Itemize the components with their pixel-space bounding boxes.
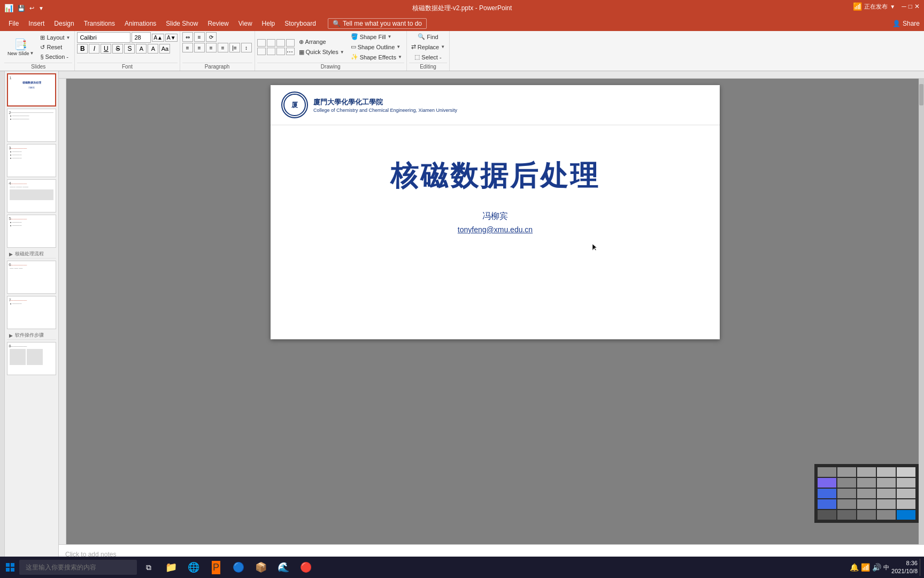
share-button[interactable]: 👤 Share [892, 20, 920, 27]
section-button[interactable]: § Section - [38, 52, 72, 61]
font-color-button[interactable]: A [148, 44, 158, 54]
swatch-3[interactable] [857, 467, 876, 477]
underline-button[interactable]: U [101, 44, 111, 54]
menu-review[interactable]: Review [203, 18, 233, 29]
swatch-6[interactable] [818, 478, 836, 488]
show-desktop-btn[interactable] [920, 559, 922, 576]
font-decrease-btn[interactable]: A▼ [165, 34, 178, 42]
align-text-button[interactable]: ≡ [194, 32, 205, 42]
line-shape[interactable] [286, 39, 295, 47]
scrollbar-thumb[interactable] [919, 84, 923, 105]
shape-effects-button[interactable]: ✨ Shape Effects ▼ [349, 52, 404, 62]
menu-storyboard[interactable]: Storyboard [280, 18, 320, 29]
slide-thumb-4[interactable]: ───────── ─── ─── ─── 4 [7, 179, 56, 212]
font-name-input[interactable] [77, 32, 130, 43]
taskbar-app-1[interactable]: P [205, 557, 227, 577]
oval-shape[interactable] [276, 39, 285, 47]
swatch-24[interactable] [877, 510, 896, 520]
curve-shape[interactable] [267, 48, 275, 55]
swatch-13[interactable] [857, 489, 876, 498]
menu-help[interactable]: Help [258, 18, 280, 29]
bold-button[interactable]: B [77, 44, 88, 54]
layout-button[interactable]: ⊞ Layout ▼ [38, 33, 72, 42]
rounded-rect-shape[interactable] [267, 39, 275, 47]
new-slide-button[interactable]: 📑 New Slide ▼ [4, 35, 37, 59]
minimize-btn[interactable]: ─ [902, 3, 906, 10]
notification-icon[interactable]: 🔔 [850, 563, 859, 572]
menu-file[interactable]: File [4, 18, 23, 29]
swatch-11[interactable] [818, 489, 836, 498]
swatch-9[interactable] [877, 478, 896, 488]
swatch-14[interactable] [877, 489, 896, 498]
slide-thumb-1[interactable]: 核磁数据后处理 冯柳宾 1 [7, 73, 56, 107]
confirm-swatch[interactable] [897, 510, 915, 520]
replace-button[interactable]: ⇄ Replace ▼ [409, 42, 447, 51]
taskbar-app-4[interactable]: 🔴 [295, 557, 317, 577]
vertical-scrollbar[interactable] [919, 79, 924, 544]
column-button[interactable]: |≡ [229, 43, 240, 52]
swatch-8[interactable] [857, 478, 876, 488]
taskbar-app-2[interactable]: 📦 [250, 557, 272, 577]
line-spacing-button[interactable]: ↕ [241, 43, 252, 52]
slide-scroll-area[interactable]: 厦 廈門大學化學化工學院 College of Chemistry and Ch… [66, 79, 924, 544]
align-left-button[interactable]: ≡ [182, 43, 193, 52]
menu-animations[interactable]: Animations [120, 18, 160, 29]
arrow-shape[interactable] [257, 48, 266, 55]
menu-view[interactable]: View [234, 18, 257, 29]
color-picker-panel[interactable] [814, 464, 919, 523]
freeform-shape[interactable] [276, 48, 285, 55]
swatch-5[interactable] [897, 467, 915, 477]
quick-access-more[interactable]: ▼ [38, 5, 44, 11]
menu-slideshow[interactable]: Slide Show [161, 18, 202, 29]
slide-thumb-5[interactable]: ───────── ● ───── ● ───── 5 [7, 215, 56, 248]
quick-styles-button[interactable]: ▦ Quick Styles ▼ [297, 48, 346, 57]
slide-thumb-2[interactable]: ● ───────── ● ───────── 2 [7, 109, 56, 142]
shape-outline-button[interactable]: ▭ Shape Outline ▼ [349, 42, 404, 51]
quick-access-save[interactable]: 💾 [18, 5, 25, 12]
reset-button[interactable]: ↺ Reset [38, 43, 72, 52]
ime-icon[interactable]: 中 [883, 564, 889, 572]
rect-shape[interactable] [257, 39, 266, 47]
swatch-10[interactable] [897, 478, 915, 488]
menu-insert[interactable]: Insert [24, 18, 49, 29]
swatch-4[interactable] [877, 467, 896, 477]
shape-fill-button[interactable]: 🪣 Shape Fill ▼ [349, 32, 404, 41]
swatch-12[interactable] [837, 489, 856, 498]
change-case-button[interactable]: Aa [159, 44, 170, 54]
italic-button[interactable]: I [89, 44, 99, 54]
swatch-16[interactable] [818, 499, 836, 509]
swatch-2[interactable] [837, 467, 856, 477]
align-right-button[interactable]: ≡ [206, 43, 217, 52]
swatch-18[interactable] [857, 499, 876, 509]
taskbar-task-view[interactable]: ⧉ [138, 557, 159, 577]
taskbar-file-explorer[interactable]: 📁 [160, 557, 182, 577]
arrange-button[interactable]: ⊕ Arrange [297, 37, 346, 47]
swatch-1[interactable] [818, 467, 836, 477]
slide-thumb-6[interactable]: ───────── ── ── ── 6 [7, 261, 56, 294]
dropdown-arrow[interactable]: ▼ [890, 4, 895, 10]
taskbar-browser-2[interactable]: 🔵 [228, 557, 249, 577]
quick-access-undo[interactable]: ↩ [29, 5, 34, 12]
select-button[interactable]: ⬚ Select - [412, 52, 443, 62]
font-size-input[interactable] [132, 32, 151, 43]
start-button[interactable] [2, 559, 18, 575]
taskbar-browser-1[interactable]: 🌐 [183, 557, 204, 577]
find-button[interactable]: 🔍 Find [415, 32, 440, 41]
strikethrough-button[interactable]: S [112, 44, 123, 54]
align-center-button[interactable]: ≡ [194, 43, 205, 52]
swatch-21[interactable] [818, 510, 836, 520]
volume-icon[interactable]: 🔊 [872, 563, 881, 572]
menu-design[interactable]: Design [50, 18, 78, 29]
tell-me-box[interactable]: 🔍 Tell me what you want to do [328, 18, 427, 29]
more-shapes[interactable]: ⋯ [286, 48, 295, 55]
swatch-20[interactable] [897, 499, 915, 509]
font-increase-btn[interactable]: A▲ [152, 34, 164, 42]
swatch-19[interactable] [877, 499, 896, 509]
network-icon[interactable]: 📶 [861, 563, 870, 572]
text-shadow-button[interactable]: S [124, 44, 135, 54]
swatch-7[interactable] [837, 478, 856, 488]
text-direction-button[interactable]: ⇔ [182, 32, 193, 42]
slide-thumb-7[interactable]: ───────── ● ───── 7 [7, 296, 56, 329]
swatch-17[interactable] [837, 499, 856, 509]
justify-button[interactable]: ≡ [218, 43, 228, 52]
